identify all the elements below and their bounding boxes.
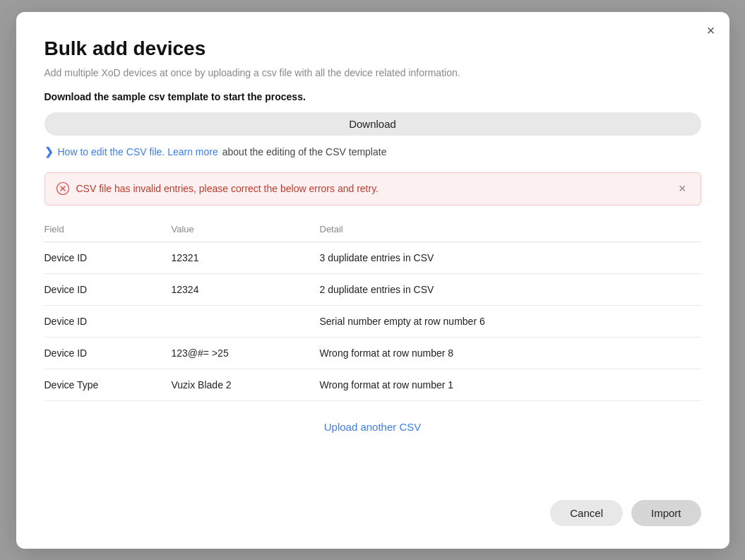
table-header: Field Value Detail <box>44 220 701 242</box>
table-row: Device ID123@#= >25Wrong format at row n… <box>44 337 701 369</box>
table-cell-field: Device Type <box>44 369 172 400</box>
download-button[interactable]: Download <box>44 112 701 136</box>
modal-title: Bulk add devices <box>44 37 701 60</box>
table-cell-value: 12321 <box>172 242 320 273</box>
table-row: Device ID123242 duplidate entries in CSV <box>44 273 701 305</box>
table-row: Device TypeVuzix Blade 2Wrong format at … <box>44 369 701 400</box>
col-header-value: Value <box>172 220 320 242</box>
table-cell-detail: Wrong format at row number 8 <box>320 337 701 369</box>
bulk-add-devices-modal: × Bulk add devices Add multiple XoD devi… <box>16 12 729 549</box>
chevron-right-icon: ❯ <box>44 145 54 158</box>
error-banner-content: CSV file has invalid entries, please cor… <box>56 182 379 195</box>
table-cell-value: Vuzix Blade 2 <box>172 369 320 400</box>
modal-footer: Cancel Import <box>44 480 701 526</box>
col-header-field: Field <box>44 220 172 242</box>
import-button[interactable]: Import <box>631 500 701 526</box>
upload-csv-row: Upload another CSV <box>44 401 701 441</box>
csv-hint: ❯ How to edit the CSV file. Learn more a… <box>44 145 701 158</box>
download-instruction: Download the sample csv template to star… <box>44 91 701 102</box>
cancel-button[interactable]: Cancel <box>550 500 623 526</box>
table-row: Device ID123213 duplidate entries in CSV <box>44 242 701 273</box>
table-row: Device IDSerial number empty at row numb… <box>44 305 701 337</box>
table-cell-field: Device ID <box>44 337 172 369</box>
table-cell-field: Device ID <box>44 242 172 273</box>
col-header-detail: Detail <box>320 220 701 242</box>
table-cell-detail: 3 duplidate entries in CSV <box>320 242 701 273</box>
modal-overlay: × Bulk add devices Add multiple XoD devi… <box>0 0 745 560</box>
errors-table: Field Value Detail Device ID123213 dupli… <box>44 220 701 401</box>
table-cell-value: 123@#= >25 <box>172 337 320 369</box>
error-circle-icon <box>56 182 69 195</box>
table-cell-detail: Wrong format at row number 1 <box>320 369 701 400</box>
error-banner-text: CSV file has invalid entries, please cor… <box>76 183 379 194</box>
upload-another-csv-link[interactable]: Upload another CSV <box>324 421 422 433</box>
error-banner-close-button[interactable]: × <box>676 181 689 196</box>
error-banner: CSV file has invalid entries, please cor… <box>44 172 701 205</box>
table-body: Device ID123213 duplidate entries in CSV… <box>44 242 701 400</box>
csv-hint-link[interactable]: How to edit the CSV file. Learn more <box>58 146 218 157</box>
table-cell-value: 12324 <box>172 273 320 305</box>
table-cell-detail: 2 duplidate entries in CSV <box>320 273 701 305</box>
table-cell-field: Device ID <box>44 273 172 305</box>
table-cell-field: Device ID <box>44 305 172 337</box>
close-button[interactable]: × <box>707 23 715 37</box>
modal-subtitle: Add multiple XoD devices at once by uplo… <box>44 67 701 78</box>
csv-hint-extra-text: about the editing of the CSV template <box>222 146 387 157</box>
table-cell-value <box>172 305 320 337</box>
table-cell-detail: Serial number empty at row number 6 <box>320 305 701 337</box>
